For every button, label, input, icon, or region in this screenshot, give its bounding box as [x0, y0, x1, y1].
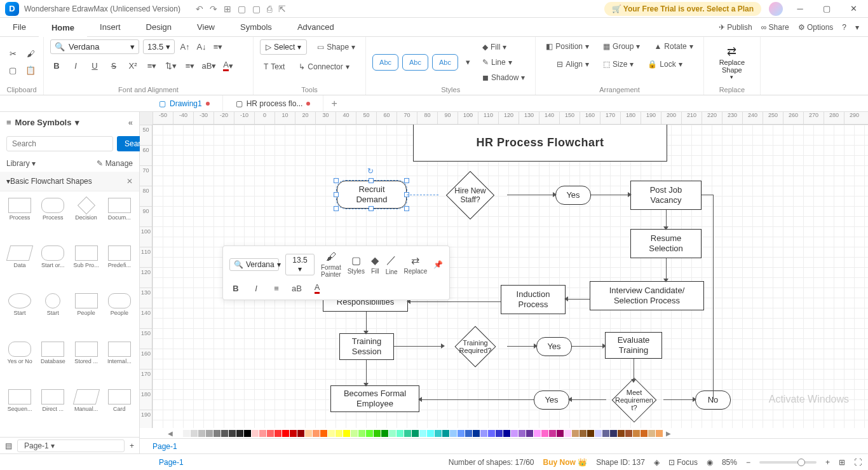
- shape-palette-item[interactable]: Internal...: [104, 340, 135, 384]
- page-tab-1[interactable]: Page-1: [146, 442, 184, 451]
- close-icon[interactable]: ✕: [844, 1, 863, 17]
- mini-line[interactable]: ／Line: [386, 254, 398, 275]
- view-mode-icon[interactable]: ◉: [707, 458, 713, 467]
- shadow-button[interactable]: ◼ Shadow ▾: [478, 71, 529, 85]
- lock-button[interactable]: 🔒 Lock▾: [644, 57, 686, 71]
- rotate-button[interactable]: ▲ Rotate▾: [650, 39, 696, 53]
- save-icon[interactable]: ▢: [252, 4, 261, 14]
- menu-advanced[interactable]: Advanced: [285, 18, 347, 36]
- color-swatch[interactable]: [275, 430, 281, 437]
- color-swatch[interactable]: [526, 430, 533, 437]
- grow-font-icon[interactable]: A↑: [179, 41, 191, 53]
- position-button[interactable]: ◧ Position▾: [542, 39, 593, 53]
- color-swatch[interactable]: [465, 430, 472, 437]
- share-button[interactable]: ∞ Share: [761, 23, 789, 32]
- minimize-icon[interactable]: ─: [790, 1, 810, 17]
- shape-yes-2[interactable]: Yes: [536, 337, 572, 356]
- shape-hire-new-staff[interactable]: Hire New Staff?: [432, 173, 508, 218]
- shape-palette-item[interactable]: Database: [37, 340, 69, 384]
- shape-induction[interactable]: Induction Process: [501, 285, 566, 314]
- mini-case-icon[interactable]: aB: [290, 282, 303, 294]
- color-swatch[interactable]: [366, 430, 373, 437]
- menu-insert[interactable]: Insert: [87, 18, 133, 36]
- color-swatch[interactable]: [458, 430, 465, 437]
- export-icon[interactable]: ⇱: [278, 4, 286, 14]
- flowchart-title[interactable]: HR Process Flowchart: [413, 125, 667, 162]
- color-swatch[interactable]: [198, 430, 205, 437]
- color-swatch[interactable]: [374, 430, 381, 437]
- color-swatch[interactable]: [595, 430, 602, 437]
- strike-icon[interactable]: S̶: [107, 59, 120, 72]
- shape-palette-item[interactable]: Sub Pro...: [71, 244, 102, 288]
- color-swatch[interactable]: [290, 430, 297, 437]
- color-swatch[interactable]: [419, 430, 426, 437]
- cut-icon[interactable]: ✂: [6, 48, 19, 60]
- shape-palette-item[interactable]: Data: [4, 244, 36, 288]
- color-swatch[interactable]: [488, 430, 495, 437]
- shape-training-session[interactable]: Training Session: [339, 333, 394, 360]
- rotation-handle-icon[interactable]: ↻: [367, 167, 374, 176]
- group-button[interactable]: ▦ Group▾: [599, 39, 644, 53]
- manage-button[interactable]: ✎ Manage: [97, 159, 133, 168]
- color-swatch[interactable]: [648, 430, 655, 437]
- page-list-icon[interactable]: ▤: [5, 441, 12, 450]
- shape-palette-item[interactable]: Manual...: [71, 388, 102, 432]
- format-painter-icon[interactable]: 🖌: [24, 48, 37, 60]
- text-tool[interactable]: T Text: [260, 60, 288, 74]
- fullscreen-icon[interactable]: ⛶: [854, 458, 862, 467]
- color-swatch[interactable]: [610, 430, 617, 437]
- mini-italic-icon[interactable]: I: [250, 282, 262, 294]
- styles-dropdown-icon[interactable]: ▾: [462, 56, 475, 69]
- fit-page-icon[interactable]: ⊞: [839, 458, 845, 467]
- open-icon[interactable]: ▢: [238, 4, 246, 14]
- size-button[interactable]: ⬚ Size▾: [599, 57, 637, 71]
- shape-palette-item[interactable]: Predefi...: [104, 244, 135, 288]
- mini-replace[interactable]: ⇄Replace: [404, 254, 428, 275]
- expand-icon[interactable]: ▾: [855, 23, 859, 32]
- color-swatch[interactable]: [244, 430, 251, 437]
- style-sample-2[interactable]: Abc: [402, 54, 428, 71]
- color-swatch[interactable]: [557, 430, 564, 437]
- color-swatch[interactable]: [519, 430, 526, 437]
- shape-palette-item[interactable]: Yes or No: [4, 340, 36, 384]
- shape-palette-item[interactable]: Sequen...: [4, 388, 36, 432]
- help-icon[interactable]: ?: [842, 23, 846, 32]
- case-icon[interactable]: aB▾: [203, 59, 215, 72]
- trial-badge[interactable]: 🛒 Your Free Trial is over. Select a Plan: [604, 2, 761, 16]
- color-swatch[interactable]: [564, 430, 571, 437]
- color-swatch[interactable]: [404, 430, 411, 437]
- color-swatch[interactable]: [450, 430, 457, 437]
- color-swatch[interactable]: [442, 430, 449, 437]
- shape-palette-item[interactable]: Stored ...: [71, 340, 102, 384]
- color-swatch[interactable]: [541, 430, 548, 437]
- color-swatch[interactable]: [206, 430, 213, 437]
- color-swatch[interactable]: [259, 430, 266, 437]
- color-swatch[interactable]: [297, 430, 304, 437]
- shape-palette-item[interactable]: Direct ...: [37, 388, 69, 432]
- zoom-slider[interactable]: [759, 461, 817, 464]
- color-swatch[interactable]: [221, 430, 228, 437]
- shape-palette-item[interactable]: People: [104, 292, 135, 336]
- color-swatch[interactable]: [496, 430, 503, 437]
- color-swatch[interactable]: [503, 430, 510, 437]
- line-spacing-icon[interactable]: ⇅▾: [165, 59, 177, 72]
- shape-training-required[interactable]: Training Required?: [438, 327, 512, 366]
- color-swatch[interactable]: [381, 430, 388, 437]
- line-button[interactable]: ✎ Line ▾: [478, 55, 529, 69]
- color-swatch[interactable]: [618, 430, 625, 437]
- color-swatch[interactable]: [641, 430, 648, 437]
- user-avatar[interactable]: [769, 2, 783, 16]
- color-swatch[interactable]: [282, 430, 289, 437]
- search-input[interactable]: [6, 136, 113, 151]
- shape-yes-1[interactable]: Yes: [555, 186, 591, 205]
- color-swatch[interactable]: [473, 430, 480, 437]
- menu-design[interactable]: Design: [133, 18, 184, 36]
- color-swatch[interactable]: [633, 430, 640, 437]
- shape-palette-item[interactable]: Decision: [71, 197, 102, 240]
- color-swatch[interactable]: [656, 430, 663, 437]
- color-swatch[interactable]: [549, 430, 556, 437]
- undo-icon[interactable]: ↶: [196, 4, 203, 14]
- color-swatch[interactable]: [214, 430, 220, 437]
- shape-palette-item[interactable]: Start: [4, 292, 36, 336]
- library-dropdown[interactable]: Library ▾: [6, 159, 36, 168]
